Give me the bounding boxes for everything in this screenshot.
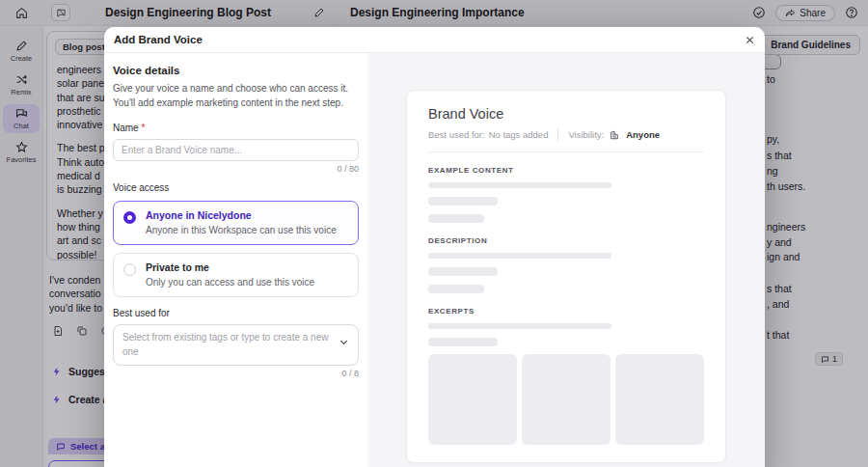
skeleton-block-row bbox=[428, 354, 704, 445]
preview-meta-row: Best used for: No tags added Visibility:… bbox=[428, 128, 704, 141]
skeleton-bar bbox=[428, 182, 611, 188]
chevron-down-icon bbox=[339, 337, 349, 347]
modal-body: Voice details Give your voice a name and… bbox=[104, 53, 765, 467]
description-section: DESCRIPTION bbox=[428, 236, 704, 293]
option-description: Anyone in this Workspace can use this vo… bbox=[146, 225, 348, 235]
best-used-for-label: Best used for bbox=[113, 308, 359, 318]
brand-voice-name-input[interactable] bbox=[113, 139, 359, 161]
skeleton-bar bbox=[428, 323, 611, 329]
close-icon[interactable] bbox=[745, 35, 755, 45]
required-asterisk: * bbox=[141, 123, 145, 133]
modal-title: Add Brand Voice bbox=[114, 34, 203, 45]
modal-header: Add Brand Voice bbox=[104, 27, 765, 53]
option-title: Private to me bbox=[146, 261, 348, 273]
building-icon bbox=[610, 130, 619, 140]
radio-unselected-icon[interactable] bbox=[123, 263, 136, 276]
skeleton-bar bbox=[428, 338, 498, 346]
preview-visibility-label: Visibility: bbox=[568, 129, 604, 140]
skeleton-block bbox=[428, 354, 517, 445]
tags-select-placeholder: Select from existing tags or type to cre… bbox=[122, 331, 333, 359]
section-label: DESCRIPTION bbox=[428, 236, 704, 245]
excerpts-section: EXCERPTS bbox=[428, 307, 704, 445]
skeleton-block bbox=[522, 354, 610, 445]
app-screen: Design Engineering Blog Post Design Engi… bbox=[0, 0, 868, 467]
skeleton-bar bbox=[428, 214, 484, 223]
meta-divider bbox=[557, 128, 558, 141]
skeleton-bar bbox=[428, 267, 498, 276]
form-section-description: Give your voice a name and choose who ca… bbox=[113, 82, 360, 110]
skeleton-bar bbox=[428, 253, 611, 259]
radio-selected-icon[interactable] bbox=[123, 211, 136, 224]
name-field-label: Name * bbox=[113, 123, 359, 133]
skeleton-block bbox=[615, 354, 704, 445]
section-label: EXAMPLE CONTENT bbox=[428, 166, 704, 175]
voice-access-label: Voice access bbox=[113, 182, 359, 193]
name-char-counter: 0 / 80 bbox=[113, 164, 359, 174]
form-section-title: Voice details bbox=[113, 65, 359, 76]
preview-visibility-value: Anyone bbox=[626, 129, 660, 140]
add-brand-voice-modal: Add Brand Voice Voice details Give your … bbox=[104, 27, 765, 467]
section-label: EXCERPTS bbox=[428, 307, 704, 316]
tags-select[interactable]: Select from existing tags or type to cre… bbox=[113, 324, 359, 366]
skeleton-bar bbox=[428, 285, 484, 293]
preview-title: Brand Voice bbox=[428, 106, 704, 122]
preview-best-used-label: Best used for: bbox=[428, 129, 485, 140]
option-description: Only you can access and use this voice bbox=[146, 277, 348, 288]
option-title: Anyone in Nicelydone bbox=[146, 209, 348, 221]
access-option-anyone[interactable]: Anyone in Nicelydone Anyone in this Work… bbox=[113, 201, 359, 245]
tags-counter: 0 / 8 bbox=[113, 369, 359, 378]
brand-voice-preview-card: Brand Voice Best used for: No tags added… bbox=[406, 90, 726, 463]
voice-details-form: Voice details Give your voice a name and… bbox=[104, 53, 367, 467]
brand-voice-preview-panel: Brand Voice Best used for: No tags added… bbox=[367, 53, 765, 467]
preview-divider bbox=[428, 151, 704, 152]
preview-best-used-value: No tags added bbox=[489, 129, 549, 140]
access-option-private[interactable]: Private to me Only you can access and us… bbox=[113, 253, 359, 297]
example-content-section: EXAMPLE CONTENT bbox=[428, 166, 704, 223]
skeleton-bar bbox=[428, 197, 498, 206]
